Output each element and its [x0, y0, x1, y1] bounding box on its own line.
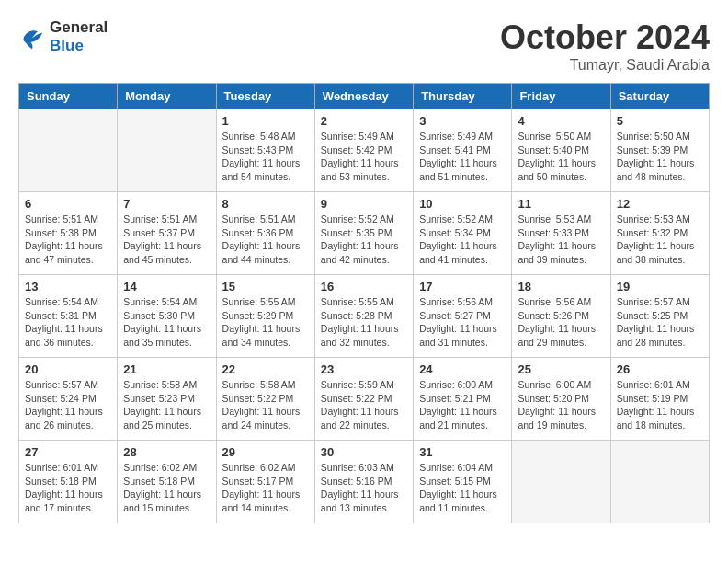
calendar-day-cell: 5Sunrise: 5:50 AMSunset: 5:39 PMDaylight… [610, 109, 709, 192]
calendar-header-tuesday: Tuesday [216, 84, 314, 109]
day-number: 10 [419, 197, 506, 211]
calendar-day-cell: 16Sunrise: 5:55 AMSunset: 5:28 PMDayligh… [314, 275, 413, 358]
day-number: 25 [518, 362, 604, 376]
calendar-table: SundayMondayTuesdayWednesdayThursdayFrid… [18, 83, 710, 523]
calendar-day-cell: 25Sunrise: 6:00 AMSunset: 5:20 PMDayligh… [512, 358, 610, 441]
day-number: 31 [419, 445, 506, 459]
day-info: Sunrise: 5:50 AMSunset: 5:40 PMDaylight:… [518, 130, 604, 184]
calendar-day-cell: 11Sunrise: 5:53 AMSunset: 5:33 PMDayligh… [512, 192, 610, 275]
day-number: 24 [419, 362, 506, 376]
day-number: 20 [25, 362, 111, 376]
day-number: 14 [123, 280, 210, 293]
day-info: Sunrise: 6:00 AMSunset: 5:20 PMDaylight:… [518, 378, 604, 432]
day-number: 17 [419, 280, 506, 293]
day-number: 23 [321, 362, 407, 376]
calendar-day-cell [512, 441, 610, 523]
calendar-header-thursday: Thursday [414, 84, 512, 109]
calendar-day-cell: 14Sunrise: 5:54 AMSunset: 5:30 PMDayligh… [118, 275, 216, 358]
calendar-day-cell: 9Sunrise: 5:52 AMSunset: 5:35 PMDaylight… [314, 192, 413, 275]
page-header: General Blue October 2024 Tumayr, Saudi … [18, 18, 710, 74]
day-info: Sunrise: 5:49 AMSunset: 5:42 PMDaylight:… [321, 130, 407, 184]
day-number: 15 [222, 280, 309, 293]
calendar-week-row: 6Sunrise: 5:51 AMSunset: 5:38 PMDaylight… [19, 192, 710, 275]
calendar-day-cell: 26Sunrise: 6:01 AMSunset: 5:19 PMDayligh… [610, 358, 709, 441]
calendar-day-cell [19, 109, 118, 192]
day-info: Sunrise: 5:51 AMSunset: 5:38 PMDaylight:… [25, 213, 111, 267]
day-number: 30 [321, 445, 407, 459]
day-number: 16 [321, 280, 407, 293]
logo: General Blue [18, 18, 108, 55]
day-number: 18 [518, 280, 604, 293]
location-subtitle: Tumayr, Saudi Arabia [500, 57, 710, 74]
calendar-day-cell [610, 441, 709, 523]
calendar-day-cell: 18Sunrise: 5:56 AMSunset: 5:26 PMDayligh… [512, 275, 610, 358]
day-info: Sunrise: 5:57 AMSunset: 5:25 PMDaylight:… [617, 295, 703, 350]
day-info: Sunrise: 5:53 AMSunset: 5:33 PMDaylight:… [518, 213, 604, 267]
calendar-day-cell: 31Sunrise: 6:04 AMSunset: 5:15 PMDayligh… [414, 441, 512, 523]
day-number: 2 [321, 114, 407, 128]
calendar-week-row: 20Sunrise: 5:57 AMSunset: 5:24 PMDayligh… [19, 358, 710, 441]
day-number: 26 [617, 362, 703, 376]
day-info: Sunrise: 5:57 AMSunset: 5:24 PMDaylight:… [25, 378, 111, 432]
day-number: 28 [123, 445, 210, 459]
day-info: Sunrise: 6:01 AMSunset: 5:18 PMDaylight:… [25, 461, 111, 515]
day-number: 6 [25, 197, 111, 211]
day-info: Sunrise: 6:02 AMSunset: 5:18 PMDaylight:… [123, 461, 210, 515]
day-info: Sunrise: 5:49 AMSunset: 5:41 PMDaylight:… [419, 130, 506, 184]
calendar-day-cell: 7Sunrise: 5:51 AMSunset: 5:37 PMDaylight… [118, 192, 216, 275]
day-info: Sunrise: 5:56 AMSunset: 5:26 PMDaylight:… [518, 295, 604, 350]
logo-text: General Blue [50, 18, 108, 55]
calendar-day-cell: 20Sunrise: 5:57 AMSunset: 5:24 PMDayligh… [19, 358, 118, 441]
calendar-day-cell: 15Sunrise: 5:55 AMSunset: 5:29 PMDayligh… [216, 275, 314, 358]
calendar-day-cell: 13Sunrise: 5:54 AMSunset: 5:31 PMDayligh… [19, 275, 118, 358]
calendar-day-cell: 17Sunrise: 5:56 AMSunset: 5:27 PMDayligh… [414, 275, 512, 358]
day-info: Sunrise: 6:04 AMSunset: 5:15 PMDaylight:… [419, 461, 506, 515]
calendar-day-cell: 12Sunrise: 5:53 AMSunset: 5:32 PMDayligh… [610, 192, 709, 275]
calendar-day-cell: 23Sunrise: 5:59 AMSunset: 5:22 PMDayligh… [314, 358, 413, 441]
day-info: Sunrise: 5:52 AMSunset: 5:35 PMDaylight:… [321, 213, 407, 267]
calendar-day-cell: 2Sunrise: 5:49 AMSunset: 5:42 PMDaylight… [314, 109, 413, 192]
calendar-week-row: 1Sunrise: 5:48 AMSunset: 5:43 PMDaylight… [19, 109, 710, 192]
calendar-header-wednesday: Wednesday [314, 84, 413, 109]
calendar-day-cell: 29Sunrise: 6:02 AMSunset: 5:17 PMDayligh… [216, 441, 314, 523]
calendar-header-row: SundayMondayTuesdayWednesdayThursdayFrid… [19, 84, 710, 109]
calendar-day-cell: 28Sunrise: 6:02 AMSunset: 5:18 PMDayligh… [118, 441, 216, 523]
calendar-day-cell: 22Sunrise: 5:58 AMSunset: 5:22 PMDayligh… [216, 358, 314, 441]
calendar-day-cell: 19Sunrise: 5:57 AMSunset: 5:25 PMDayligh… [610, 275, 709, 358]
day-number: 7 [123, 197, 210, 211]
calendar-header-sunday: Sunday [19, 84, 118, 109]
calendar-day-cell: 1Sunrise: 5:48 AMSunset: 5:43 PMDaylight… [216, 109, 314, 192]
day-info: Sunrise: 5:58 AMSunset: 5:22 PMDaylight:… [222, 378, 309, 432]
title-block: October 2024 Tumayr, Saudi Arabia [500, 18, 710, 74]
calendar-day-cell: 21Sunrise: 5:58 AMSunset: 5:23 PMDayligh… [118, 358, 216, 441]
day-info: Sunrise: 5:48 AMSunset: 5:43 PMDaylight:… [222, 130, 309, 184]
calendar-day-cell: 30Sunrise: 6:03 AMSunset: 5:16 PMDayligh… [314, 441, 413, 523]
day-number: 1 [222, 114, 309, 128]
day-info: Sunrise: 5:58 AMSunset: 5:23 PMDaylight:… [123, 378, 210, 432]
logo-icon [18, 23, 46, 51]
calendar-day-cell [118, 109, 216, 192]
calendar-day-cell: 3Sunrise: 5:49 AMSunset: 5:41 PMDaylight… [414, 109, 512, 192]
day-info: Sunrise: 5:54 AMSunset: 5:30 PMDaylight:… [123, 295, 210, 350]
day-info: Sunrise: 5:54 AMSunset: 5:31 PMDaylight:… [25, 295, 111, 350]
day-number: 21 [123, 362, 210, 376]
day-number: 12 [617, 197, 703, 211]
day-info: Sunrise: 5:53 AMSunset: 5:32 PMDaylight:… [617, 213, 703, 267]
calendar-week-row: 13Sunrise: 5:54 AMSunset: 5:31 PMDayligh… [19, 275, 710, 358]
day-number: 29 [222, 445, 309, 459]
calendar-day-cell: 24Sunrise: 6:00 AMSunset: 5:21 PMDayligh… [414, 358, 512, 441]
day-info: Sunrise: 5:59 AMSunset: 5:22 PMDaylight:… [321, 378, 407, 432]
day-info: Sunrise: 5:51 AMSunset: 5:37 PMDaylight:… [123, 213, 210, 267]
day-number: 19 [617, 280, 703, 293]
calendar-day-cell: 8Sunrise: 5:51 AMSunset: 5:36 PMDaylight… [216, 192, 314, 275]
day-number: 4 [518, 114, 604, 128]
calendar-header-saturday: Saturday [610, 84, 709, 109]
day-info: Sunrise: 5:51 AMSunset: 5:36 PMDaylight:… [222, 213, 309, 267]
day-number: 3 [419, 114, 506, 128]
calendar-day-cell: 4Sunrise: 5:50 AMSunset: 5:40 PMDaylight… [512, 109, 610, 192]
month-title: October 2024 [500, 18, 710, 57]
day-number: 22 [222, 362, 309, 376]
day-info: Sunrise: 5:55 AMSunset: 5:28 PMDaylight:… [321, 295, 407, 350]
day-number: 11 [518, 197, 604, 211]
calendar-header-friday: Friday [512, 84, 610, 109]
